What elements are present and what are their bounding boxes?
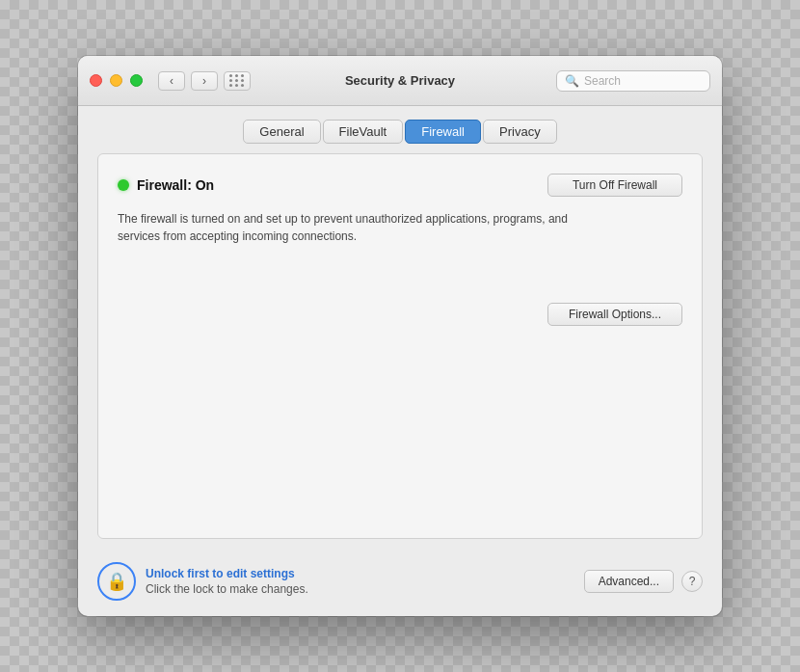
tab-firewall[interactable]: Firewall xyxy=(405,120,481,144)
grid-dots-icon xyxy=(229,74,245,87)
status-indicator-dot xyxy=(118,179,129,191)
firewall-status-row: Firewall: On Turn Off Firewall xyxy=(118,174,682,197)
search-bar[interactable]: 🔍 Search xyxy=(556,70,710,92)
titlebar: ‹ › Security & Privacy 🔍 Search xyxy=(78,56,722,106)
lock-text-block: Unlock first to edit settings Click the … xyxy=(146,567,308,596)
close-button[interactable] xyxy=(90,74,102,87)
lock-icon: 🔒 xyxy=(106,573,127,590)
nav-buttons: ‹ › xyxy=(158,71,218,91)
minimize-button[interactable] xyxy=(110,74,122,87)
tabs-bar: General FileVault Firewall Privacy xyxy=(78,106,722,153)
traffic-lights xyxy=(90,74,143,87)
forward-button[interactable]: › xyxy=(191,71,218,91)
firewall-description: The firewall is turned on and set up to … xyxy=(118,210,580,245)
help-button[interactable]: ? xyxy=(681,571,703,592)
tab-privacy[interactable]: Privacy xyxy=(483,120,557,144)
unlock-hint-text: Unlock first to edit settings xyxy=(146,567,308,580)
back-button[interactable]: ‹ xyxy=(158,71,185,91)
content-area: Firewall: On Turn Off Firewall The firew… xyxy=(97,153,703,539)
search-icon: 🔍 xyxy=(565,74,579,88)
maximize-button[interactable] xyxy=(130,74,143,87)
lock-button[interactable]: 🔒 xyxy=(97,562,136,601)
firewall-options-button[interactable]: Firewall Options... xyxy=(547,303,682,326)
firewall-status-label: Firewall: On xyxy=(137,177,214,193)
search-placeholder: Search xyxy=(584,74,621,88)
grid-view-button[interactable] xyxy=(224,71,251,91)
firewall-options-row: Firewall Options... xyxy=(118,303,682,326)
tab-general[interactable]: General xyxy=(243,120,320,144)
window-title: Security & Privacy xyxy=(345,73,455,88)
firewall-status-left: Firewall: On xyxy=(118,177,214,193)
click-lock-text: Click the lock to make changes. xyxy=(146,582,308,596)
lock-section: 🔒 Unlock first to edit settings Click th… xyxy=(97,562,308,601)
turn-off-firewall-button[interactable]: Turn Off Firewall xyxy=(547,174,682,197)
system-preferences-window: ‹ › Security & Privacy 🔍 Search General … xyxy=(78,56,722,616)
tab-filevault[interactable]: FileVault xyxy=(323,120,404,144)
bottom-right-buttons: Advanced... ? xyxy=(584,570,703,593)
bottom-bar: 🔒 Unlock first to edit settings Click th… xyxy=(78,554,722,616)
advanced-button[interactable]: Advanced... xyxy=(584,570,674,593)
